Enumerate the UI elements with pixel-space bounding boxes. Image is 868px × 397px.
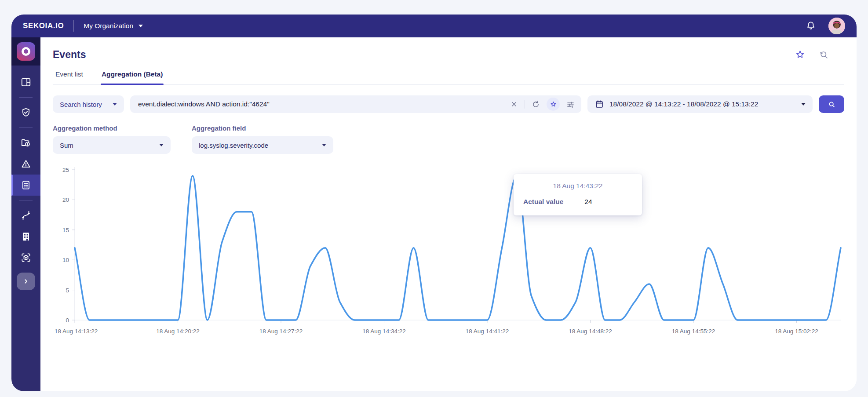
sidebar-item-cases[interactable] (11, 132, 40, 153)
sidebar (11, 37, 40, 391)
dashboard-icon (20, 76, 32, 88)
clear-search-button[interactable] (510, 100, 518, 109)
sidebar-item-dashboards[interactable] (11, 72, 40, 93)
avatar-illustration (828, 18, 845, 34)
x-tick-label: 18 Aug 15:02:22 (775, 328, 818, 335)
page-title: Events (53, 49, 86, 61)
alert-triangle-icon (20, 158, 32, 170)
sidebar-divider (19, 127, 33, 128)
calendar-icon (594, 99, 604, 109)
organization-selector[interactable]: My Organization (84, 22, 143, 30)
filters-icon (566, 100, 575, 109)
cube-scan-icon (20, 252, 32, 263)
aggregation-method-value: Sum (60, 142, 73, 149)
sidebar-divider (19, 97, 33, 98)
topbar: SEKOIA.IO My Organization (11, 15, 857, 37)
search-input[interactable] (138, 100, 510, 108)
favorite-star-icon (795, 49, 806, 60)
aggregation-field-value: log.syslog.severity.code (199, 142, 268, 149)
search-history-icon (819, 50, 829, 60)
sidebar-item-events[interactable] (11, 175, 40, 196)
brand-logo: SEKOIA.IO (23, 22, 64, 30)
search-submit-button[interactable] (819, 95, 844, 113)
date-range-value: 18/08/2022 @ 14:13:22 - 18/08/2022 @ 15:… (609, 100, 758, 108)
clear-icon (510, 100, 518, 109)
sidebar-item-security[interactable] (11, 102, 40, 123)
sidebar-logo-block (11, 37, 40, 66)
tooltip-label: Actual value (523, 198, 563, 206)
tab-bar: Event list Aggregation (Beta) (53, 70, 844, 85)
search-history-dropdown[interactable]: Search history (53, 95, 124, 113)
expand-chevron-icon (22, 277, 30, 286)
intake-cable-icon (20, 210, 32, 221)
y-tick-label: 10 (62, 257, 69, 263)
chart-tooltip: 18 Aug 14:43:22 Actual value 24 (514, 174, 642, 215)
main-content: Events (40, 37, 857, 391)
chevron-down-icon (322, 144, 326, 146)
app-window: SEKOIA.IO My Organization (11, 15, 857, 391)
refresh-search-button[interactable] (531, 100, 540, 109)
folder-alert-icon (20, 137, 32, 149)
sidebar-item-community[interactable] (11, 226, 40, 247)
sidebar-nav (11, 66, 40, 290)
aggregation-field-label: Aggregation field (192, 124, 333, 132)
chevron-down-icon (113, 103, 117, 106)
tab-event-list[interactable]: Event list (55, 70, 84, 84)
avatar[interactable] (828, 18, 845, 34)
aggregation-method-label: Aggregation method (53, 124, 171, 132)
aggregation-chart[interactable]: 051015202518 Aug 14:13:2218 Aug 14:20:22… (53, 164, 844, 339)
y-tick-label: 20 (62, 197, 69, 203)
date-range-picker[interactable]: 18/08/2022 @ 14:13:22 - 18/08/2022 @ 15:… (587, 95, 813, 113)
sidebar-item-sandbox[interactable] (11, 247, 40, 268)
x-tick-label: 18 Aug 14:20:22 (156, 328, 199, 335)
favorite-star-icon (550, 101, 557, 108)
org-logo[interactable] (17, 42, 35, 61)
y-tick-label: 15 (62, 227, 69, 233)
tab-aggregation[interactable]: Aggregation (Beta) (101, 70, 164, 84)
tooltip-timestamp: 18 Aug 14:43:22 (523, 182, 632, 190)
favorite-page-button[interactable] (795, 49, 806, 60)
refresh-icon (531, 100, 540, 109)
search-history-button[interactable] (819, 50, 829, 60)
organization-name: My Organization (84, 22, 133, 30)
search-query-field[interactable] (130, 95, 581, 113)
tooltip-value: 24 (584, 198, 592, 206)
aggregation-field-select[interactable]: log.syslog.severity.code (192, 136, 333, 154)
y-tick-label: 5 (66, 287, 69, 294)
bell-icon (805, 20, 817, 32)
aggregation-method-select[interactable]: Sum (53, 136, 171, 154)
advanced-filters-button[interactable] (566, 100, 575, 109)
search-history-label: Search history (60, 101, 102, 108)
sidebar-item-intakes[interactable] (11, 205, 40, 226)
y-tick-label: 25 (62, 167, 69, 173)
chevron-down-icon (801, 103, 806, 106)
x-tick-label: 18 Aug 14:41:22 (466, 328, 509, 335)
x-tick-label: 18 Aug 14:13:22 (55, 328, 98, 335)
search-icon (827, 100, 836, 109)
events-list-icon (20, 179, 32, 191)
save-search-button[interactable] (547, 98, 560, 111)
building-icon (20, 231, 32, 242)
chart-area: 051015202518 Aug 14:13:2218 Aug 14:20:22… (53, 164, 844, 339)
chart-line (75, 176, 841, 320)
field-divider (525, 100, 525, 109)
aggregation-controls: Aggregation method Sum Aggregation field… (53, 124, 844, 154)
search-toolbar: Search history (53, 95, 844, 113)
chevron-down-icon (159, 144, 164, 146)
topbar-divider (73, 20, 74, 32)
org-logo-ring (22, 47, 30, 56)
sidebar-expand-button[interactable] (17, 273, 35, 290)
notifications-button[interactable] (805, 20, 817, 32)
x-tick-label: 18 Aug 14:34:22 (362, 328, 405, 335)
chevron-down-icon (139, 25, 143, 27)
x-tick-label: 18 Aug 14:48:22 (569, 328, 612, 335)
sidebar-item-alerts[interactable] (11, 153, 40, 175)
sidebar-divider (19, 200, 33, 200)
x-tick-label: 18 Aug 14:55:22 (672, 328, 715, 335)
shield-check-icon (20, 107, 32, 118)
y-tick-label: 0 (66, 317, 69, 324)
x-tick-label: 18 Aug 14:27:22 (259, 328, 303, 335)
